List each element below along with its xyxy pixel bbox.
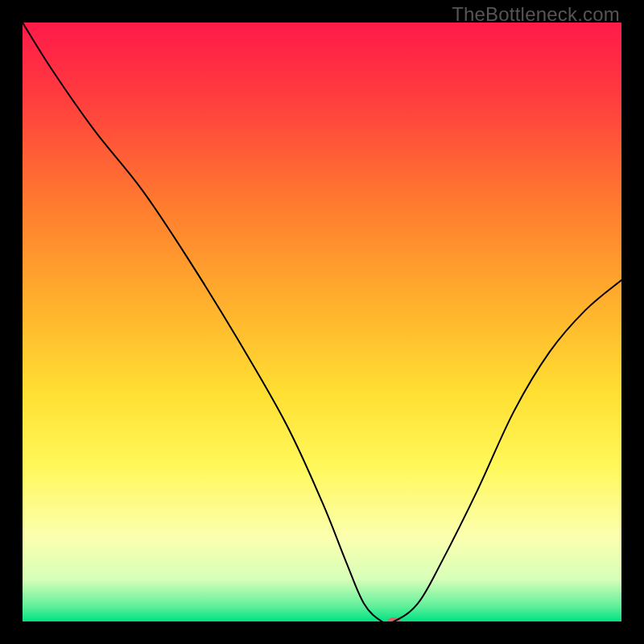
chart-background [23, 23, 621, 621]
bottleneck-chart [23, 23, 621, 621]
chart-frame [23, 23, 621, 621]
